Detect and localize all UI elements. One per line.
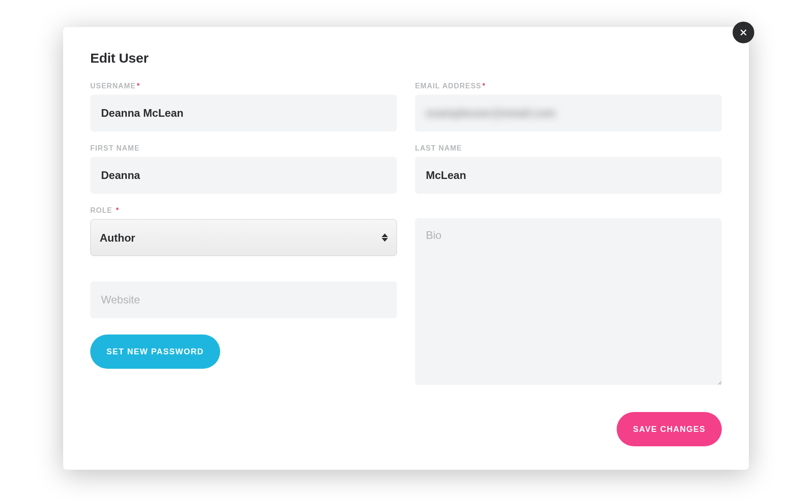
email-label: EMAIL ADDRESS*: [415, 82, 722, 90]
label-text: ROLE: [90, 206, 112, 214]
close-icon: [739, 28, 748, 37]
form-right-column: EMAIL ADDRESS* exampleuser@email.com LAS…: [415, 82, 722, 399]
modal-footer: SAVE CHANGES: [90, 412, 722, 446]
modal-panel: Edit User USERNAME* FIRST NAME ROLE *: [63, 27, 749, 470]
bio-textarea[interactable]: [415, 218, 722, 385]
role-group: ROLE * Author: [90, 206, 397, 256]
edit-user-modal: Edit User USERNAME* FIRST NAME ROLE *: [63, 27, 749, 470]
role-select-wrap: Author: [90, 219, 397, 256]
set-password-button[interactable]: SET NEW PASSWORD: [90, 334, 220, 369]
label-text: USERNAME: [90, 82, 136, 90]
email-input[interactable]: exampleuser@email.com: [415, 95, 722, 132]
website-group: [90, 281, 397, 318]
last-name-group: LAST NAME: [415, 144, 722, 194]
required-marker: *: [482, 82, 485, 90]
password-row: SET NEW PASSWORD: [90, 334, 397, 369]
bio-label-spacer: [415, 206, 722, 218]
required-marker: *: [137, 82, 140, 90]
required-marker: *: [116, 206, 119, 214]
bio-group: [415, 206, 722, 387]
role-select[interactable]: Author: [90, 219, 397, 256]
first-name-label: FIRST NAME: [90, 144, 397, 152]
username-input[interactable]: [90, 95, 397, 132]
role-label: ROLE *: [90, 206, 397, 215]
modal-title: Edit User: [90, 50, 722, 66]
label-text: EMAIL ADDRESS: [415, 82, 481, 90]
email-blurred-value: exampleuser@email.com: [426, 107, 556, 119]
last-name-label: LAST NAME: [415, 144, 722, 152]
first-name-input[interactable]: [90, 157, 397, 194]
last-name-input[interactable]: [415, 157, 722, 194]
username-label: USERNAME*: [90, 82, 397, 90]
first-name-group: FIRST NAME: [90, 144, 397, 194]
save-changes-button[interactable]: SAVE CHANGES: [617, 412, 722, 446]
close-button[interactable]: [733, 22, 754, 43]
email-group: EMAIL ADDRESS* exampleuser@email.com: [415, 82, 722, 132]
username-group: USERNAME*: [90, 82, 397, 132]
form-grid: USERNAME* FIRST NAME ROLE * Author: [90, 82, 722, 399]
website-input[interactable]: [90, 281, 397, 318]
form-left-column: USERNAME* FIRST NAME ROLE * Author: [90, 82, 397, 399]
